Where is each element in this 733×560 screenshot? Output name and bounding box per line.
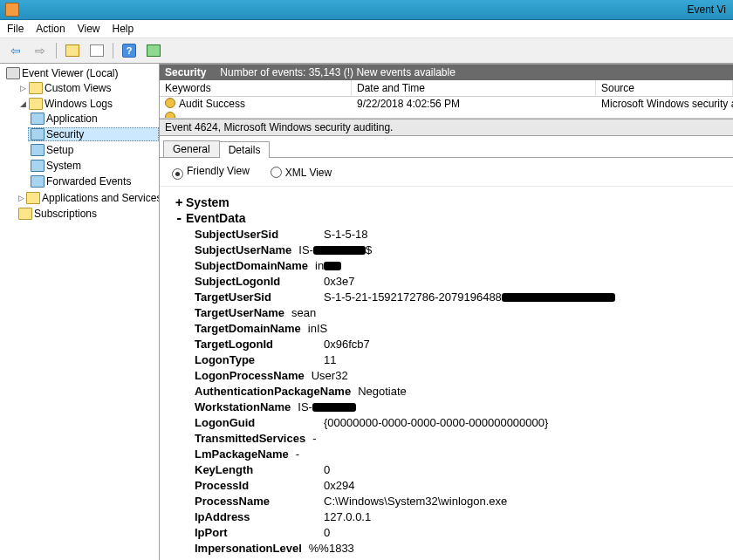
- field-label: AuthenticationPackageName: [195, 384, 354, 400]
- menu-action[interactable]: Action: [36, 23, 65, 35]
- radio-friendly-view[interactable]: Friendly View: [172, 165, 250, 178]
- event-row[interactable]: Audit Success 9/22/2018 4:02:56 PM Micro…: [160, 97, 733, 111]
- system-node[interactable]: +System: [175, 195, 723, 209]
- view-mode-choice: Friendly View XML View: [160, 158, 733, 187]
- section-title: Security: [165, 65, 206, 80]
- separator: [113, 43, 113, 58]
- detail-tabs: General Details: [160, 136, 733, 158]
- radio-icon: [271, 167, 282, 178]
- event-row[interactable]: [160, 111, 733, 119]
- toolbar: ⇦ ⇨ ?: [0, 38, 733, 64]
- window-title: Event Vi: [688, 3, 728, 16]
- log-icon: [31, 113, 45, 125]
- toolbar-button-1[interactable]: [62, 40, 83, 61]
- col-source[interactable]: Source: [596, 80, 733, 96]
- radio-xml-view[interactable]: XML View: [271, 165, 332, 179]
- tree-system[interactable]: System: [28, 159, 159, 173]
- menu-help[interactable]: Help: [113, 23, 134, 35]
- tree-custom-views[interactable]: ▷ Custom Views: [16, 81, 159, 95]
- field-label: TargetDomainName: [195, 321, 305, 337]
- nav-back-button[interactable]: ⇦: [5, 40, 26, 61]
- section-label: EventData: [186, 211, 245, 225]
- detail-header: Event 4624, Microsoft Windows security a…: [160, 119, 733, 136]
- tree-label: Setup: [46, 144, 73, 156]
- field-value: -: [309, 431, 316, 447]
- expand-icon[interactable]: ▷: [18, 84, 27, 92]
- field-label: IpAddress: [195, 509, 320, 525]
- panel-icon: [147, 44, 161, 57]
- field-label: LmPackageName: [195, 447, 292, 462]
- field-value: 127.0.0.1: [320, 509, 371, 525]
- field-label: LogonGuid: [195, 415, 320, 431]
- toolbar-button-2[interactable]: [86, 40, 107, 61]
- field-label: ImpersonationLevel: [195, 541, 305, 557]
- expand-icon[interactable]: ▷: [18, 194, 24, 202]
- tree-security[interactable]: Security: [28, 127, 159, 141]
- field-label: ProcessName: [195, 494, 320, 509]
- collapse-icon[interactable]: -: [175, 211, 186, 225]
- redaction: [312, 403, 356, 412]
- log-icon: [31, 144, 45, 156]
- navigation-tree[interactable]: Event Viewer (Local) ▷ Custom Views: [0, 64, 160, 560]
- field-label: TargetLogonId: [195, 337, 320, 352]
- tree-setup[interactable]: Setup: [28, 143, 159, 157]
- toolbar-help-button[interactable]: ?: [119, 40, 140, 61]
- menu-view[interactable]: View: [78, 23, 100, 35]
- tree-subscriptions[interactable]: Subscriptions: [16, 207, 159, 221]
- page-icon: [90, 44, 104, 57]
- separator: [56, 43, 57, 58]
- field-value: User32: [308, 368, 348, 384]
- key-icon: [165, 112, 175, 118]
- tree-application[interactable]: Application: [28, 112, 159, 126]
- tree-label: Forwarded Events: [46, 175, 131, 188]
- tab-general[interactable]: General: [163, 140, 220, 157]
- field-value: 0x294: [320, 478, 354, 494]
- redaction: [324, 262, 341, 270]
- field-value: sean: [288, 305, 316, 321]
- field-label: KeyLength: [195, 462, 320, 478]
- eventdata-node[interactable]: -EventData: [175, 211, 723, 225]
- field-label: LogonProcessName: [195, 368, 308, 384]
- nav-forward-button[interactable]: ⇨: [30, 40, 51, 61]
- collapse-icon[interactable]: ◢: [18, 99, 27, 108]
- field-value: 0: [320, 525, 330, 541]
- title-bar: Event Vi: [0, 0, 733, 20]
- field-label: LogonType: [195, 352, 320, 368]
- expand-icon[interactable]: +: [175, 195, 186, 209]
- field-label: SubjectDomainName: [195, 258, 312, 274]
- content-pane: Security Number of events: 35,143 (!) Ne…: [160, 64, 733, 560]
- tree-label: Application: [46, 113, 98, 125]
- col-datetime[interactable]: Date and Time: [352, 80, 596, 96]
- field-value: 11: [320, 352, 336, 368]
- cell-keywords: Audit Success: [179, 98, 245, 110]
- field-value: C:\Windows\System32\winlogon.exe: [320, 494, 507, 509]
- col-keywords[interactable]: Keywords: [160, 80, 352, 96]
- tree-windows-logs[interactable]: ◢ Windows Logs: [16, 97, 159, 111]
- field-label: ProcessId: [195, 478, 320, 494]
- tree-root[interactable]: Event Viewer (Local): [3, 66, 159, 80]
- tab-details[interactable]: Details: [219, 141, 271, 158]
- section-subtitle: Number of events: 35,143 (!) New events …: [220, 65, 455, 80]
- field-label: TargetUserSid: [195, 290, 320, 305]
- tree-label: Custom Views: [45, 82, 111, 94]
- key-icon: [165, 98, 175, 108]
- tree-label: System: [46, 160, 81, 172]
- menu-file[interactable]: File: [7, 23, 24, 35]
- field-label: SubjectUserSid: [195, 227, 320, 242]
- folder-icon: [65, 44, 79, 57]
- tree-app-services[interactable]: ▷ Applications and Services Lo: [16, 191, 159, 205]
- radio-label: XML View: [285, 167, 332, 179]
- arrow-right-icon: ⇨: [35, 44, 45, 57]
- log-icon: [31, 175, 45, 188]
- field-label: SubjectLogonId: [195, 274, 320, 290]
- field-value: %%1833: [305, 541, 354, 557]
- folder-icon: [26, 192, 40, 204]
- folder-icon: [29, 98, 43, 110]
- detail-body: +System -EventData SubjectUserSidS-1-5-1…: [160, 187, 733, 560]
- folder-icon: [18, 208, 32, 220]
- event-list-header: Keywords Date and Time Source: [160, 80, 733, 97]
- redaction: [502, 293, 615, 302]
- toolbar-button-3[interactable]: [143, 40, 164, 61]
- tree-forwarded[interactable]: Forwarded Events: [28, 174, 159, 188]
- help-icon: ?: [122, 44, 136, 58]
